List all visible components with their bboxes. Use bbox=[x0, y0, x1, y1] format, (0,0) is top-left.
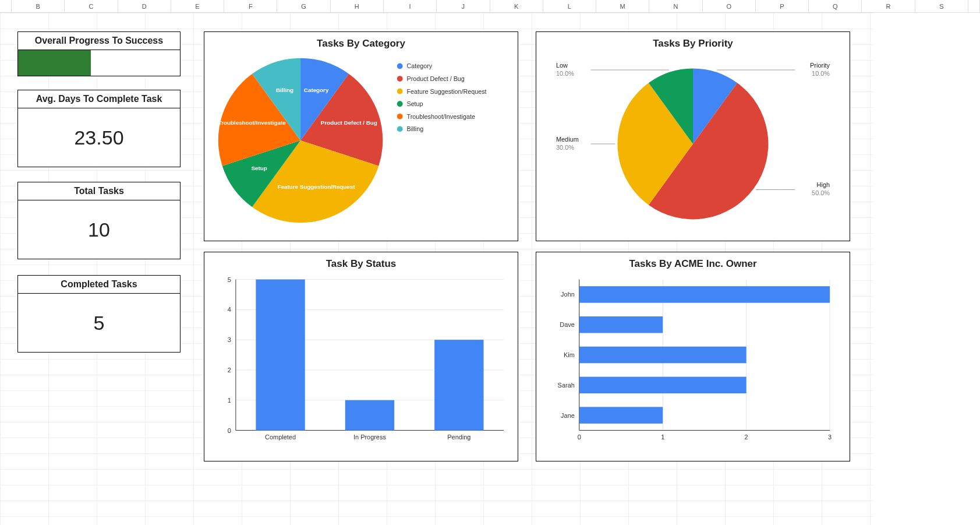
svg-text:2: 2 bbox=[228, 367, 231, 374]
svg-text:Setup: Setup bbox=[406, 100, 423, 107]
svg-text:Product Defect / Bug: Product Defect / Bug bbox=[406, 75, 464, 82]
svg-text:Setup: Setup bbox=[252, 165, 267, 171]
svg-text:0: 0 bbox=[228, 427, 231, 434]
svg-text:Dave: Dave bbox=[560, 321, 575, 328]
chart-title-status: Task By Status bbox=[213, 258, 510, 270]
svg-text:1: 1 bbox=[228, 397, 231, 404]
chart-priority: Priority10.0%High50.0%Medium30.0%Low10.0… bbox=[544, 53, 841, 228]
chart-title-owner: Tasks By ACME Inc. Owner bbox=[544, 258, 841, 270]
svg-text:John: John bbox=[561, 291, 575, 298]
svg-text:In Progress: In Progress bbox=[353, 434, 386, 441]
hbar-john bbox=[579, 286, 830, 302]
hbar-jane bbox=[579, 407, 663, 423]
svg-text:Low: Low bbox=[556, 62, 568, 69]
chart-card-status: Task By Status 012345CompletedIn Progres… bbox=[204, 252, 518, 461]
kpi-total-value: 10 bbox=[88, 219, 110, 241]
chart-title-category: Tasks By Category bbox=[213, 38, 510, 50]
svg-text:1: 1 bbox=[661, 434, 664, 441]
hbar-dave bbox=[579, 316, 663, 333]
kpi-avgdays-card: Avg. Days To Complete Task 23.50 bbox=[17, 90, 181, 167]
chart-title-priority: Tasks By Priority bbox=[544, 38, 841, 50]
svg-text:5: 5 bbox=[228, 276, 231, 283]
svg-text:Jane: Jane bbox=[561, 412, 575, 419]
svg-text:0: 0 bbox=[578, 434, 581, 441]
svg-text:Pending: Pending bbox=[447, 434, 470, 441]
chart-status: 012345CompletedIn ProgressPending bbox=[213, 273, 510, 448]
progress-bar-fill bbox=[18, 50, 91, 76]
svg-text:3: 3 bbox=[828, 434, 832, 441]
svg-text:Priority: Priority bbox=[810, 62, 830, 69]
svg-point-14 bbox=[397, 114, 403, 119]
kpi-progress-card: Overall Progress To Success bbox=[17, 31, 181, 76]
svg-text:2: 2 bbox=[745, 434, 748, 441]
svg-text:4: 4 bbox=[228, 306, 231, 313]
svg-text:Category: Category bbox=[406, 62, 432, 69]
svg-text:Sarah: Sarah bbox=[558, 382, 575, 389]
kpi-total-card: Total Tasks 10 bbox=[17, 182, 181, 259]
svg-text:10.0%: 10.0% bbox=[812, 70, 830, 77]
svg-text:Billing: Billing bbox=[406, 125, 423, 132]
svg-text:Completed: Completed bbox=[265, 434, 296, 441]
kpi-total-title: Total Tasks bbox=[18, 182, 180, 200]
column-headers: BCDEFGHIJKLMNOPQRS bbox=[0, 0, 980, 13]
svg-point-16 bbox=[397, 126, 403, 132]
bar-pending bbox=[434, 340, 483, 430]
kpi-completed-card: Completed Tasks 5 bbox=[17, 275, 181, 353]
svg-text:10.0%: 10.0% bbox=[556, 70, 574, 77]
svg-text:Troubleshoot/Investigate: Troubleshoot/Investigate bbox=[218, 119, 286, 126]
svg-point-8 bbox=[397, 76, 403, 82]
svg-text:30.0%: 30.0% bbox=[556, 144, 574, 151]
chart-category: CategoryProduct Defect / BugFeature Sugg… bbox=[213, 53, 510, 228]
hbar-kim bbox=[579, 347, 747, 363]
svg-text:50.0%: 50.0% bbox=[812, 189, 830, 196]
bar-completed bbox=[256, 280, 305, 431]
svg-text:Feature Suggestion/Request: Feature Suggestion/Request bbox=[278, 184, 356, 190]
kpi-completed-title: Completed Tasks bbox=[18, 276, 180, 294]
chart-card-priority: Tasks By Priority Priority10.0%High50.0%… bbox=[536, 31, 850, 241]
svg-text:3: 3 bbox=[228, 336, 231, 343]
svg-point-6 bbox=[397, 64, 403, 69]
svg-text:Feature Suggestion/Request: Feature Suggestion/Request bbox=[406, 88, 486, 95]
kpi-progress-title: Overall Progress To Success bbox=[18, 32, 180, 50]
kpi-avgdays-value: 23.50 bbox=[74, 126, 123, 149]
svg-text:Billing: Billing bbox=[276, 87, 293, 93]
svg-text:Troubleshoot/Investigate: Troubleshoot/Investigate bbox=[406, 113, 475, 120]
chart-card-owner: Tasks By ACME Inc. Owner 0123JohnDaveKim… bbox=[536, 252, 850, 461]
chart-card-category: Tasks By Category CategoryProduct Defect… bbox=[204, 31, 518, 241]
svg-text:High: High bbox=[817, 181, 830, 188]
bar-in progress bbox=[345, 400, 394, 431]
svg-text:Product Defect / Bug: Product Defect / Bug bbox=[321, 119, 377, 126]
kpi-avgdays-title: Avg. Days To Complete Task bbox=[18, 90, 180, 108]
svg-text:Medium: Medium bbox=[556, 136, 579, 143]
chart-owner: 0123JohnDaveKimSarahJane bbox=[544, 273, 841, 448]
svg-point-12 bbox=[397, 101, 403, 107]
svg-text:Kim: Kim bbox=[564, 351, 575, 358]
kpi-completed-value: 5 bbox=[94, 312, 105, 334]
svg-text:Category: Category bbox=[304, 87, 329, 93]
svg-point-10 bbox=[397, 89, 403, 94]
hbar-sarah bbox=[579, 377, 747, 393]
